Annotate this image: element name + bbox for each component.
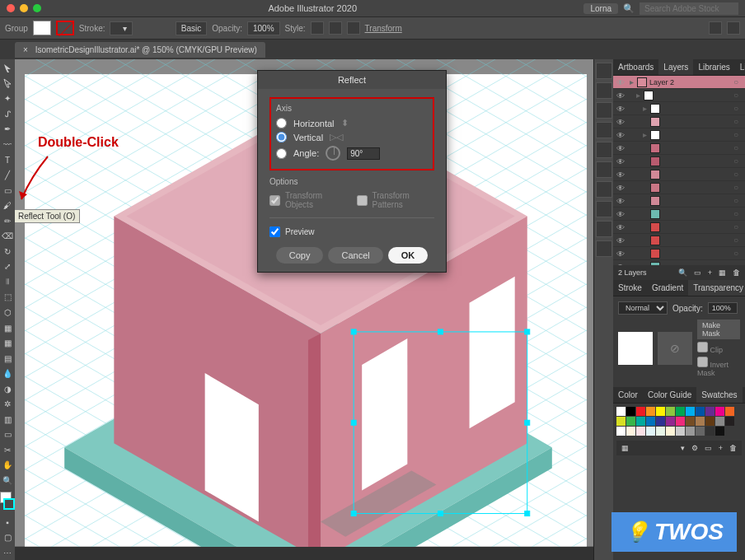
- align-icon[interactable]: [329, 21, 342, 35]
- target-icon[interactable]: ○: [733, 104, 742, 113]
- target-icon[interactable]: ○: [733, 183, 742, 192]
- selection-tool[interactable]: [0, 61, 15, 76]
- new-swatch-icon[interactable]: +: [719, 444, 723, 452]
- layer-row[interactable]: 👁 ○: [613, 234, 745, 247]
- swatch[interactable]: [646, 417, 655, 426]
- rotate-tool[interactable]: ↻: [0, 245, 15, 259]
- blend-tool[interactable]: ◑: [0, 381, 15, 396]
- swatch[interactable]: [636, 427, 645, 436]
- brushes-icon[interactable]: [596, 122, 612, 138]
- swatch[interactable]: [626, 407, 635, 416]
- stroke-panel-icon[interactable]: [596, 161, 612, 178]
- delete-swatch-icon[interactable]: 🗑: [729, 444, 737, 452]
- swatch[interactable]: [725, 407, 734, 416]
- stroke-weight-dropdown[interactable]: ▾: [110, 21, 132, 35]
- target-icon[interactable]: ○: [733, 117, 742, 126]
- swatch[interactable]: [616, 407, 626, 416]
- stock-search-input[interactable]: [640, 2, 738, 15]
- swatch[interactable]: [696, 407, 705, 416]
- visibility-icon[interactable]: 👁: [616, 210, 625, 218]
- delete-layer-icon[interactable]: 🗑: [733, 268, 740, 277]
- disclosure-icon[interactable]: ▸: [643, 104, 648, 113]
- opacity-input[interactable]: [708, 302, 738, 314]
- target-icon[interactable]: ○: [733, 170, 742, 179]
- dock6-icon[interactable]: [596, 240, 612, 257]
- locate-object-icon[interactable]: 🔍: [678, 268, 687, 277]
- color-mode-icon[interactable]: ▪: [0, 516, 15, 530]
- swatch[interactable]: [676, 407, 685, 416]
- swatch[interactable]: [666, 417, 675, 426]
- layer-name[interactable]: Layer 2: [649, 78, 731, 86]
- target-icon[interactable]: ○: [733, 156, 742, 166]
- disclosure-icon[interactable]: ▸: [636, 91, 641, 100]
- layer-row[interactable]: 👁 ○: [613, 221, 745, 234]
- screen-mode-icon[interactable]: ▢: [0, 530, 15, 545]
- mac-traffic-lights[interactable]: [7, 4, 41, 12]
- visibility-icon[interactable]: 👁: [616, 170, 625, 179]
- target-icon[interactable]: ○: [733, 196, 742, 205]
- disclosure-icon[interactable]: ▸: [630, 77, 635, 86]
- angle-radio[interactable]: [276, 148, 287, 159]
- preview-checkbox[interactable]: [269, 226, 280, 237]
- tab-libraries[interactable]: Libraries: [693, 59, 734, 75]
- layer-row[interactable]: 👁 ○: [613, 247, 745, 260]
- search-icon[interactable]: 🔍: [623, 3, 635, 14]
- layer-row[interactable]: 👁 ○: [613, 155, 745, 168]
- hand-tool[interactable]: ✋: [0, 458, 15, 473]
- mask-empty-thumb[interactable]: ⊘: [658, 332, 692, 365]
- visibility-icon[interactable]: 👁: [616, 236, 625, 245]
- target-icon[interactable]: ○: [733, 143, 742, 152]
- symbol-sprayer-tool[interactable]: ✲: [0, 397, 15, 412]
- graph-tool[interactable]: ▥: [0, 413, 15, 427]
- brush-tool[interactable]: 🖌: [0, 198, 15, 213]
- swatch[interactable]: [676, 427, 685, 436]
- tab-artboards[interactable]: Artboards: [613, 59, 658, 75]
- visibility-icon[interactable]: 👁: [616, 91, 625, 100]
- invert-mask-checkbox[interactable]: [697, 357, 708, 367]
- line-tool[interactable]: ╱: [0, 168, 15, 183]
- close-window-icon[interactable]: [7, 4, 15, 12]
- swatch[interactable]: [705, 407, 715, 416]
- magic-wand-tool[interactable]: ✦: [0, 91, 15, 106]
- swatch-grid[interactable]: [616, 407, 742, 436]
- vertical-radio[interactable]: [276, 132, 287, 142]
- angle-dial-icon[interactable]: [326, 146, 340, 161]
- swatch[interactable]: [626, 427, 635, 436]
- tab-color[interactable]: Color: [613, 387, 643, 403]
- maximize-window-icon[interactable]: [33, 4, 41, 12]
- swatch[interactable]: [725, 417, 734, 426]
- copy-button[interactable]: Copy: [276, 247, 324, 264]
- swatch[interactable]: [646, 407, 655, 416]
- stroke-box[interactable]: [3, 498, 15, 510]
- stroke-swatch[interactable]: [56, 21, 74, 35]
- swatch-libraries-icon[interactable]: ▦: [621, 444, 629, 452]
- new-sublayer-icon[interactable]: +: [708, 268, 712, 277]
- brush-dropdown[interactable]: Basic: [176, 21, 207, 35]
- visibility-icon[interactable]: 👁: [616, 144, 625, 152]
- layer-row[interactable]: 👁 ▸ ○: [613, 102, 745, 115]
- target-icon[interactable]: ○: [733, 209, 742, 218]
- target-icon[interactable]: ○: [733, 130, 742, 139]
- swatch[interactable]: [656, 407, 665, 416]
- tab-layers[interactable]: Layers: [658, 59, 693, 75]
- visibility-icon[interactable]: 👁: [616, 131, 625, 139]
- swatch[interactable]: [705, 427, 715, 436]
- shaper-tool[interactable]: ✏: [0, 213, 15, 228]
- layer-row[interactable]: 👁 ○: [613, 142, 745, 155]
- swatch[interactable]: [696, 427, 705, 436]
- layer-row[interactable]: 👁 ○: [613, 194, 745, 208]
- tab-swatches[interactable]: Swatches: [696, 387, 742, 403]
- tab-transparency-panel[interactable]: Transparency: [688, 280, 745, 296]
- visibility-icon[interactable]: 👁: [616, 197, 625, 205]
- fill-stroke-indicator[interactable]: [0, 492, 15, 514]
- swatch[interactable]: [646, 427, 655, 436]
- swatch[interactable]: [666, 407, 675, 416]
- zoom-tool[interactable]: 🔍: [0, 474, 15, 488]
- blend-mode-dropdown[interactable]: Normal: [618, 301, 668, 315]
- opacity-dropdown[interactable]: 100%: [247, 21, 280, 35]
- swatch[interactable]: [616, 427, 626, 436]
- target-icon[interactable]: ○: [733, 236, 742, 245]
- properties-icon[interactable]: [596, 63, 612, 79]
- width-tool[interactable]: ⫴: [0, 275, 15, 290]
- swatch[interactable]: [656, 417, 665, 426]
